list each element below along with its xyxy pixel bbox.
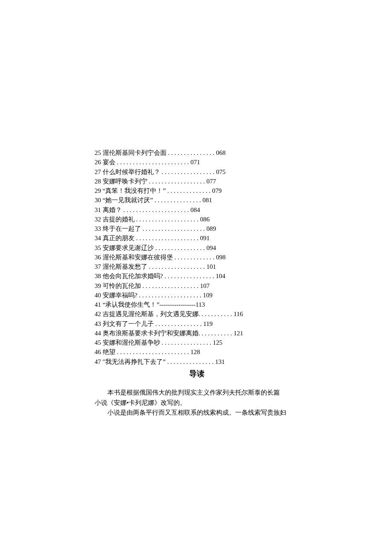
toc-number: 29 (95, 187, 101, 194)
toc-leader: . . . . . . . . . . . . . . . . . (160, 169, 216, 175)
toc-leader: . . . . . . . . . . . . . . . . . . . . … (115, 349, 190, 355)
toc-page: 104 (216, 273, 225, 279)
toc-page: 113 (196, 301, 205, 308)
toc-page: 119 (203, 320, 213, 327)
intro-paragraph-1: 本书是根据俄国伟大的批判现实主义作家列夫托尔斯泰的长篇 小说《安娜•卡列尼娜》改… (95, 388, 299, 408)
toc-entry: 35 安娜要求见谢辽沙 . . . . . . . . . . . . . . … (95, 244, 299, 253)
toc-number: 39 (95, 282, 101, 289)
toc-page: 116 (233, 311, 243, 317)
toc-leader: . . . . . . . . . . . . . . . (153, 197, 202, 203)
toc-page: 071 (190, 159, 200, 166)
toc-number: 28 (95, 178, 101, 185)
toc-leader: . . . . . . . . . . . . . (173, 254, 216, 261)
toc-title: 宴会 (103, 159, 115, 166)
toc-leader: . . . . . . . . . . . . . . . . (160, 339, 213, 346)
toc-title: ″我无法再挣扎下去了” (103, 358, 166, 365)
toc-leader: . . . . . . . . . . . . . . . (166, 358, 215, 365)
body-line: 本书是根据俄国伟大的批判现实主义作家列夫托尔斯泰的长篇 (95, 388, 299, 398)
toc-leader: . . . . . . . . . . . . . . . . . . . . (135, 216, 200, 223)
toc-entry: 40 安娜幸福吗? . . . . . . . . . . . . . . . … (95, 291, 299, 300)
toc-entry: 38 他会向瓦伦加求婚吗? . . . . . . . . . . . . . … (95, 272, 299, 281)
toc-entry: 30 “她一见我就讨厌” . . . . . . . . . . . . . .… (95, 196, 299, 205)
toc-title: 安娜和渥伦斯基争吵 (103, 339, 160, 346)
body-line: 小说《安娜•卡列尼娜》改写的。 (95, 398, 299, 408)
toc-number: 27 (95, 169, 101, 175)
toc-title: “承认我使你生气！” (103, 301, 159, 308)
toc-number: 47 (95, 358, 101, 365)
toc-number: 37 (95, 263, 101, 270)
toc-number: 36 (95, 254, 101, 261)
toc-title: 吉提遇见渥伦斯基，列文遇见安娜 (103, 311, 199, 317)
toc-number: 34 (95, 235, 101, 241)
toc-number: 25 (95, 149, 101, 156)
toc-title: 渥伦斯基同卡列宁会面 (103, 149, 167, 156)
toc-title: 奥布浪斯基要求卡列宁和安娜离婚 (103, 330, 199, 337)
section-heading: 导读 (95, 368, 299, 379)
toc-entry: 34 真正的朋友 . . . . . . . . . . . . . . . .… (95, 234, 299, 243)
toc-page: 089 (207, 225, 216, 232)
toc-title: 他会向瓦伦加求婚吗? (103, 273, 163, 279)
toc-entry: 32 吉提的婚礼 . . . . . . . . . . . . . . . .… (95, 215, 299, 224)
toc-entry: 33 终于在一起了 . . . . . . . . . . . . . . . … (95, 224, 299, 234)
toc-page: 079 (212, 187, 222, 194)
toc-page: 068 (216, 149, 226, 156)
toc-number: 42 (95, 311, 101, 317)
toc-leader: . . . . . . . . . . . . . . . . . . . . (135, 235, 200, 241)
toc-page: 081 (202, 197, 212, 203)
toc-number: 35 (95, 244, 101, 251)
toc-leader: . . . . . . . . . . . . . . . . . . (141, 282, 200, 289)
toc-number: 46 (95, 349, 101, 355)
toc-title: 离婚？ (103, 206, 122, 213)
toc-entry: 46 绝望 . . . . . . . . . . . . . . . . . … (95, 348, 299, 357)
toc-number: 38 (95, 273, 101, 279)
toc-number: 33 (95, 225, 101, 232)
toc-leader: . . . . . . . . . . . . . . . . . . . . … (122, 206, 190, 213)
toc-title: “她一见我就讨厌” (103, 197, 153, 203)
toc-leader: . . . . . . . . . . . (199, 311, 234, 317)
toc-leader: . . . . . . . . . . . . . . . . . . . . (141, 225, 207, 232)
toc-entry: 36 渥伦斯基和安娜在彼得堡 . . . . . . . . . . . . .… (95, 253, 299, 262)
toc-title: 终于在一起了 (103, 225, 141, 232)
toc-leader: . . . . . . . . . . . . . . . . . . . . … (115, 159, 190, 166)
toc-leader: . . . . . . . . . . . . . . . . . . (147, 178, 207, 185)
toc-title: 安娜幸福吗? (103, 292, 138, 299)
toc-leader: . . . . . . . . . . . . . . . . . . (147, 263, 207, 270)
toc-title: 安娜要求见谢辽沙 (103, 244, 154, 251)
toc-page: 121 (233, 330, 243, 337)
toc-page: 125 (213, 339, 223, 346)
toc-entry: 37 渥伦斯基发愁了 . . . . . . . . . . . . . . .… (95, 262, 299, 272)
toc-page: 107 (200, 282, 210, 289)
toc-leader: . . . . . . . . . . . (199, 330, 234, 337)
toc-page: 109 (203, 292, 213, 299)
toc-leader: . . . . . . . . . . . . . . . . . . . . (137, 292, 203, 299)
toc-entry: 43 列文有了一个儿子 . . . . . . . . . . . . . . … (95, 320, 299, 329)
toc-title: 渥伦斯基和安娜在彼得堡 (103, 254, 173, 261)
toc-page: 077 (207, 178, 216, 185)
toc-number: 31 (95, 206, 101, 213)
toc-number: 32 (95, 216, 101, 223)
toc-page: 094 (207, 244, 216, 251)
toc-title: 绝望 (103, 349, 115, 355)
toc-page: 091 (200, 235, 210, 241)
toc-entry: 45 安娜和渥伦斯基争吵 . . . . . . . . . . . . . .… (95, 338, 299, 348)
toc-leader: ----------------- (159, 301, 196, 308)
toc-title: 什么时候举行婚礼？ (103, 169, 160, 175)
toc-page: 101 (207, 263, 216, 270)
document-page: 25 渥伦斯基同卡列宁会面 . . . . . . . . . . . . . … (95, 148, 299, 418)
toc-page: 128 (190, 349, 200, 355)
toc-page: 131 (215, 358, 225, 365)
toc-leader: . . . . . . . . . . . . . . . (154, 320, 203, 327)
toc-entry: 29 “真笨！我没有打中！” . . . . . . . . . . . . .… (95, 186, 299, 196)
toc-number: 40 (95, 292, 101, 299)
toc-page: 098 (216, 254, 226, 261)
toc-number: 44 (95, 330, 101, 337)
toc-page: 086 (200, 216, 210, 223)
toc-entry: 39 可怜的瓦伦加 . . . . . . . . . . . . . . . … (95, 282, 299, 291)
toc-entry: 47 ″我无法再挣扎下去了” . . . . . . . . . . . . .… (95, 357, 299, 367)
toc-page: 084 (190, 206, 200, 213)
toc-entry: 28 安娜呼唤卡列宁 . . . . . . . . . . . . . . .… (95, 177, 299, 186)
toc-title: 安娜呼唤卡列宁 (103, 178, 147, 185)
body-line: 小说是由两条平行而又互相联系的线索构成。一条线索写贵族妇 (95, 408, 299, 418)
toc-entry: 27 什么时候举行婚礼？ . . . . . . . . . . . . . .… (95, 168, 299, 177)
toc-title: 渥伦斯基发愁了 (103, 263, 147, 270)
